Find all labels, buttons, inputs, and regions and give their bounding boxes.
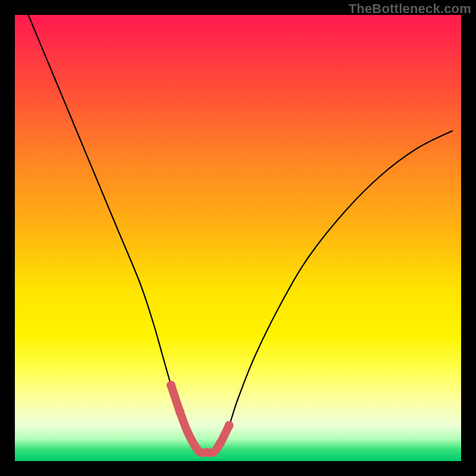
- curve-layer: [15, 15, 461, 461]
- valley-dot: [167, 381, 176, 390]
- valley-dot: [176, 408, 184, 416]
- chart-frame: TheBottleneck.com: [0, 0, 476, 476]
- bottleneck-curve: [29, 15, 453, 453]
- valley-dot: [225, 421, 234, 430]
- plot-area: [15, 15, 461, 461]
- valley-dot: [216, 439, 225, 448]
